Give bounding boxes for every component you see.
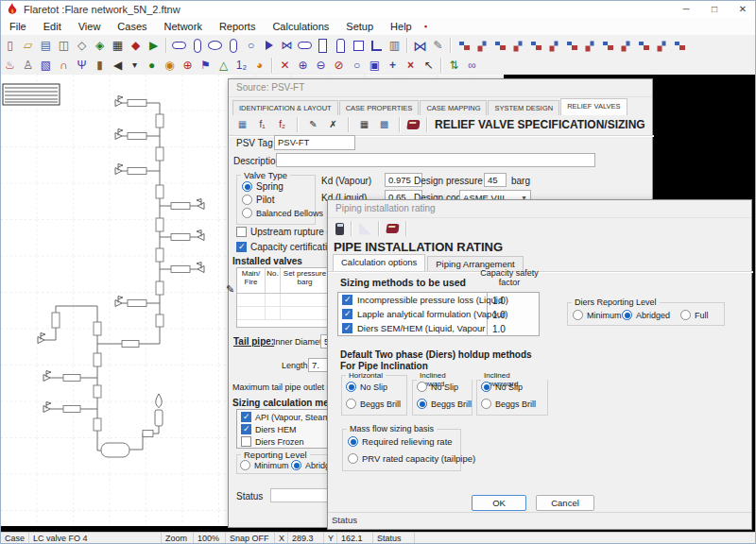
downward-beggs-radio[interactable]: Beggs Brill [481, 399, 536, 409]
menu-cases[interactable]: Cases [109, 18, 155, 35]
save-file-icon[interactable]: ▤ [37, 37, 55, 54]
pipe-segment[interactable] [94, 322, 101, 335]
align-left-icon[interactable] [455, 37, 472, 54]
valve-type-spring[interactable]: Spring [242, 181, 284, 192]
pipe-segment[interactable] [143, 431, 153, 437]
pipe-segment[interactable] [156, 314, 163, 327]
maximize-button[interactable]: □ [700, 1, 729, 18]
pipe-segment[interactable] [63, 375, 80, 382]
pipe-segment[interactable] [156, 248, 163, 262]
cancel-button[interactable]: Cancel [536, 495, 594, 511]
valve-table-icon[interactable]: ▦ [356, 116, 372, 133]
valve-type-balanced-bellows[interactable]: Balanced Bellows [242, 208, 323, 218]
find-icon[interactable]: ∞ [463, 57, 481, 74]
flare-stack[interactable] [155, 410, 163, 426]
column-stencil-icon[interactable] [314, 37, 332, 54]
diers-full-radio[interactable]: Full [680, 310, 709, 320]
drum-stencil-icon[interactable] [350, 37, 368, 54]
node-icon[interactable]: ○ [242, 37, 260, 54]
order-back-icon[interactable] [652, 37, 670, 54]
menu-setup[interactable]: Setup [337, 18, 382, 35]
upward-beggs-radio[interactable]: Beggs Brill [417, 399, 472, 409]
vessel-horizontal-icon[interactable] [206, 37, 224, 54]
horizontal-noslip-radio[interactable]: No Slip [346, 382, 387, 392]
column-icon[interactable]: ▮ [91, 57, 109, 74]
pipe-segment[interactable] [122, 341, 139, 348]
valve-type-pilot[interactable]: Pilot [242, 195, 274, 205]
pipe-segment[interactable] [52, 313, 60, 328]
sizing-function2-icon[interactable]: f₂ [274, 116, 290, 133]
noise-icon[interactable]: ◀ [109, 57, 127, 74]
align-top-icon[interactable] [508, 37, 526, 54]
elbow-icon[interactable] [368, 37, 386, 54]
sketch-icon[interactable]: ✎ [429, 37, 447, 54]
pipe-segment[interactable] [156, 218, 163, 231]
description-input[interactable] [276, 153, 595, 167]
order-front-icon[interactable] [634, 37, 652, 54]
menu-file[interactable]: File [1, 18, 35, 35]
tab-identification-layout[interactable]: IDENTIFICATION & LAYOUT [232, 100, 338, 115]
pipe-segment[interactable] [94, 385, 101, 398]
required-relieving-radio[interactable]: Required relieving rate [348, 436, 453, 447]
pipe-segment[interactable] [156, 281, 163, 295]
install-valve-icon[interactable]: ✎ [305, 116, 321, 133]
arch-icon[interactable]: ∩ [55, 57, 73, 74]
method-incompressible-checkbox[interactable]: Incompressible pressure loss (Liquid ) [342, 295, 508, 305]
diamond-check-icon[interactable]: ◈ [91, 37, 109, 54]
pipe-vertical-icon[interactable] [188, 37, 206, 54]
align-center-icon[interactable] [472, 37, 490, 54]
knockout-drum[interactable] [101, 443, 129, 457]
help-book-icon[interactable] [406, 120, 420, 129]
export-icon[interactable]: ◫ [55, 37, 73, 54]
noise-dropdown-caret[interactable]: ▾ [127, 57, 143, 74]
menu-view[interactable]: View [70, 18, 110, 35]
tee-pipe-icon[interactable] [296, 37, 314, 54]
diers-frozen-checkbox[interactable]: Diers Frozen [241, 436, 304, 447]
specification-table-icon[interactable]: ▦ [234, 116, 250, 133]
method-lapple-checkbox[interactable]: Lapple analytical formulation (Vapour) [342, 309, 507, 319]
image-icon[interactable]: ▧ [37, 57, 55, 74]
menu-network[interactable]: Network [156, 18, 211, 35]
numbering-icon[interactable]: 1₂ [232, 57, 250, 74]
table-row[interactable] [237, 307, 330, 320]
align-bottom-icon[interactable] [544, 37, 562, 54]
pipe-segment[interactable] [156, 114, 163, 128]
flare-tip-icon[interactable]: ♨ [1, 57, 19, 74]
factor-lapple[interactable]: 1.0 [492, 310, 506, 320]
annotation-icon[interactable]: ▥ [386, 37, 404, 54]
menu-reports[interactable]: Reports [211, 18, 265, 35]
upward-noslip-radio[interactable]: No Slip [417, 382, 458, 392]
help-book-icon[interactable] [386, 224, 399, 233]
tab-case-mapping[interactable]: CASE MAPPING [420, 100, 487, 115]
compressor-icon[interactable]: ● [143, 57, 161, 74]
sizing-function1-icon[interactable]: f₁ [254, 116, 270, 133]
tank-icon[interactable] [332, 37, 350, 54]
pipe-segment[interactable] [128, 300, 146, 307]
valve-icon[interactable]: ⋈ [278, 37, 296, 54]
source-dialog-title[interactable]: Source: PSV-FT [229, 79, 652, 97]
run-calculation-icon[interactable]: ▶ [145, 37, 163, 54]
zoom-off-icon[interactable]: ⊘ [330, 57, 348, 74]
close-button[interactable]: ✕ [729, 1, 756, 18]
relief-valve-icon[interactable] [260, 37, 278, 54]
open-file-icon[interactable]: ▱ [19, 37, 37, 54]
sample-flask-icon[interactable]: △ [215, 57, 232, 74]
align-right-icon[interactable] [490, 37, 508, 54]
diers-abridged-radio[interactable]: Abridged [622, 310, 670, 320]
factor-incompressible[interactable]: 1.0 [492, 296, 506, 306]
operator-icon[interactable]: ♙ [19, 57, 37, 74]
prv-rated-radio[interactable]: PRV rated capacity (tailpipe) [348, 453, 475, 464]
remove-valve-icon[interactable]: ✗ [325, 116, 341, 133]
palette-icon[interactable]: ◕ [250, 57, 268, 74]
tab-case-properties[interactable]: CASE PROPERTIES [339, 100, 420, 115]
pipe-segment[interactable] [63, 406, 80, 413]
minimize-button[interactable]: ─ [672, 1, 700, 18]
factor-diers[interactable]: 1.0 [492, 324, 506, 334]
tab-calculation-options[interactable]: Calculation options [333, 254, 425, 271]
pipe-segment[interactable] [128, 133, 146, 140]
installed-valves-table[interactable]: Main/ Fire No. Set pressure barg [236, 267, 331, 328]
preview-icon[interactable]: ▣ [366, 57, 384, 74]
diers-minimum-radio[interactable]: Minimum [573, 310, 622, 320]
flare-case-icon[interactable]: ◆ [127, 37, 145, 54]
tab-system-design[interactable]: SYSTEM DESIGN [488, 100, 559, 115]
